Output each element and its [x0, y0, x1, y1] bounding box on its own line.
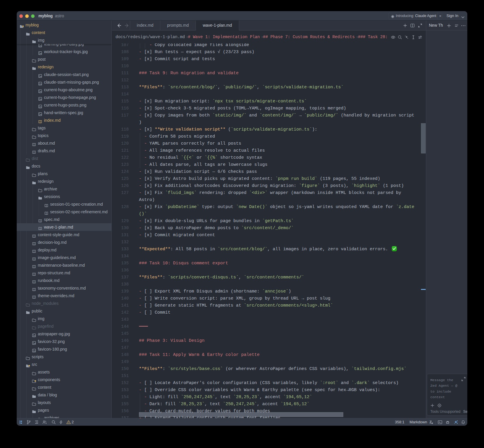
svg-text:Z: Z [429, 420, 432, 424]
